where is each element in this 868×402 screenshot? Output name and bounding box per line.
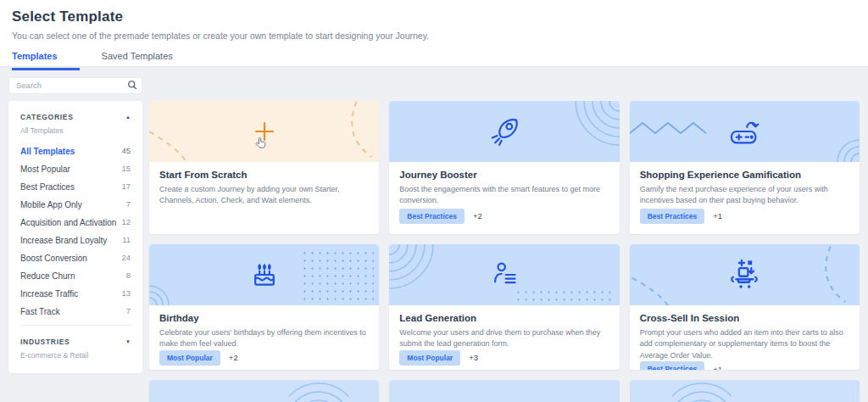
tag-pill: Best Practices xyxy=(640,361,705,370)
dots-decoration xyxy=(515,288,616,302)
card-body: Birthday Celebrate your users' birthdays… xyxy=(149,305,379,370)
sidebar-divider xyxy=(20,325,131,326)
card-description: Prompt your users who added an item into… xyxy=(640,327,849,362)
tab-bar: Templates Saved Templates xyxy=(12,51,856,70)
main-content: CATEGORIES ▲ All Templates All Templates… xyxy=(0,101,868,402)
category-count: 7 xyxy=(126,200,131,209)
page-subtitle: You can select one of the premade templa… xyxy=(12,31,856,41)
tag-extra-count: +1 xyxy=(713,211,722,221)
categories-section-toggle[interactable]: CATEGORIES ▲ xyxy=(20,113,131,121)
card-banner xyxy=(149,244,379,305)
tag-extra-count: +2 xyxy=(473,211,482,221)
card-tags: Most Popular +2 xyxy=(159,350,369,367)
category-count: 12 xyxy=(121,218,131,226)
card-description: Gamify the next purchase experience of y… xyxy=(640,184,849,207)
card-banner xyxy=(389,101,619,162)
cart-icon xyxy=(726,257,762,293)
card-body: Shopping Experience Gamification Gamify … xyxy=(630,162,860,234)
circles-decoration xyxy=(149,283,200,305)
category-count: 45 xyxy=(121,147,131,155)
gamepad-icon xyxy=(726,114,763,148)
category-mobile-app-only[interactable]: Mobile App Only 7 xyxy=(20,200,131,209)
card-description: Boost the engagements with the smart fea… xyxy=(399,184,609,207)
category-count: 7 xyxy=(126,307,131,315)
category-acquisition-activation[interactable]: Acquisition and Activation 12 xyxy=(20,218,131,227)
expand-caret-icon: ▼ xyxy=(125,339,131,344)
category-label: All Templates xyxy=(20,147,75,156)
card-title: Lead Generation xyxy=(399,313,609,323)
template-card-partial[interactable] xyxy=(389,380,619,402)
card-title: Cross-Sell In Session xyxy=(640,313,849,323)
category-count: 8 xyxy=(126,271,131,280)
card-title: Birthday xyxy=(159,313,369,323)
tab-saved-templates[interactable]: Saved Templates xyxy=(102,51,173,70)
card-tags: Best Practices +1 xyxy=(640,209,849,226)
circles-decoration xyxy=(800,137,860,162)
template-card-cross-sell-in-session[interactable]: Cross-Sell In Session Prompt your users … xyxy=(630,244,860,370)
categories-header: CATEGORIES xyxy=(20,113,74,121)
template-card-lead-generation[interactable]: Lead Generation Welcome your users and d… xyxy=(389,244,619,370)
circles-decoration xyxy=(389,244,448,295)
card-tags: Most Popular +3 xyxy=(399,350,609,367)
tab-templates[interactable]: Templates xyxy=(12,51,80,70)
card-title: Journey Booster xyxy=(399,170,609,180)
category-count: 24 xyxy=(121,254,131,262)
category-count: 15 xyxy=(121,165,131,173)
tag-extra-count: +1 xyxy=(713,365,722,370)
category-count: 11 xyxy=(122,236,131,244)
tag-pill: Best Practices xyxy=(399,209,465,224)
card-description: Create a custom Journey by adding your o… xyxy=(159,184,369,207)
category-count: 17 xyxy=(121,182,131,191)
template-card-shopping-experience-gamification[interactable]: Shopping Experience Gamification Gamify … xyxy=(630,101,860,234)
template-card-journey-booster[interactable]: Journey Booster Boost the engagements wi… xyxy=(389,101,619,234)
tag-extra-count: +3 xyxy=(469,353,478,362)
category-all-templates[interactable]: All Templates 45 xyxy=(20,147,131,156)
dots-decoration xyxy=(301,249,374,305)
template-card-partial[interactable] xyxy=(630,380,860,402)
lead-form-icon xyxy=(487,258,521,292)
template-card-birthday[interactable]: Birthday Celebrate your users' birthdays… xyxy=(149,244,379,370)
search-input[interactable] xyxy=(8,77,142,94)
search-bar xyxy=(8,76,142,94)
card-description: Welcome your users and drive them to pur… xyxy=(399,327,609,350)
category-fast-track[interactable]: Fast Track 7 xyxy=(20,307,131,316)
circles-decoration xyxy=(289,380,348,402)
industries-section-toggle[interactable]: INDUSTRIES ▼ xyxy=(20,338,131,346)
search-icon[interactable] xyxy=(127,80,137,90)
categories-selected-value: All Templates xyxy=(20,126,131,135)
category-label: Mobile App Only xyxy=(20,200,82,209)
category-count: 13 xyxy=(121,289,131,298)
rocket-icon xyxy=(487,114,521,148)
card-description: Celebrate your users' birthdays by offer… xyxy=(159,327,369,350)
category-reduce-churn[interactable]: Reduce Churn 8 xyxy=(20,271,131,281)
category-label: Most Popular xyxy=(20,165,70,174)
template-card-start-from-scratch[interactable]: Start From Scratch Create a custom Journ… xyxy=(149,101,379,234)
category-boost-conversion[interactable]: Boost Conversion 24 xyxy=(20,254,131,263)
card-body: Journey Booster Boost the engagements wi… xyxy=(389,162,619,234)
page-header: Select Template You can select one of th… xyxy=(0,0,868,67)
industries-selected-value[interactable]: E-commerce & Retail xyxy=(20,351,131,360)
card-title: Shopping Experience Gamification xyxy=(640,170,849,180)
circles-decoration xyxy=(552,101,620,162)
category-best-practices[interactable]: Best Practices 17 xyxy=(20,182,131,192)
category-increase-brand-loyalty[interactable]: Increase Brand Loyalty 11 xyxy=(20,236,131,245)
card-body: Cross-Sell In Session Prompt your users … xyxy=(630,305,860,370)
category-most-popular[interactable]: Most Popular 15 xyxy=(20,165,131,174)
birthday-cake-icon xyxy=(248,258,281,292)
card-tags: Best Practices +2 xyxy=(399,209,609,226)
mouse-cursor-icon xyxy=(254,137,267,151)
filters-sidebar: CATEGORIES ▲ All Templates All Templates… xyxy=(8,101,142,373)
collapse-caret-icon: ▲ xyxy=(125,114,131,120)
category-label: Best Practices xyxy=(20,182,75,192)
card-title: Start From Scratch xyxy=(159,170,369,180)
circles-decoration xyxy=(672,380,732,402)
tag-extra-count: +2 xyxy=(229,353,238,362)
category-label: Boost Conversion xyxy=(20,254,87,263)
template-grid: Start From Scratch Create a custom Journ… xyxy=(149,101,860,402)
template-card-partial[interactable] xyxy=(149,380,379,402)
category-label: Fast Track xyxy=(20,307,60,316)
category-label: Reduce Churn xyxy=(20,271,75,281)
category-increase-traffic[interactable]: Increase Traffic 13 xyxy=(20,289,131,299)
card-banner xyxy=(149,380,379,402)
card-banner xyxy=(630,244,860,305)
